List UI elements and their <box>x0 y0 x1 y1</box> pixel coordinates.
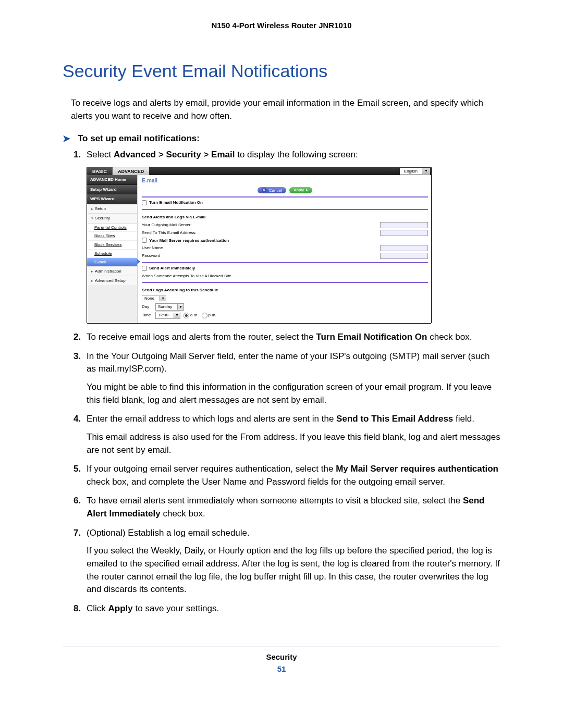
chevron-right-icon: ➤ <box>63 133 70 144</box>
step-4-text-a: Enter the email address to which logs an… <box>87 414 336 424</box>
step-5-text-c: check box, and complete the User Name an… <box>87 477 445 487</box>
step-2-text-c: check box. <box>427 332 472 342</box>
step-4: Enter the email address to which logs an… <box>83 413 500 456</box>
step-7-note: If you select the Weekly, Daily, or Hour… <box>87 545 500 596</box>
close-icon: ✕ <box>262 188 267 193</box>
step-1-text-a: Select <box>87 150 114 159</box>
password-input[interactable] <box>380 253 428 259</box>
step-2-text-b: Turn Email Notification On <box>316 332 427 342</box>
username-input[interactable] <box>380 245 428 251</box>
send-to-input[interactable] <box>380 230 428 236</box>
settings-panel: E-mail ✕ Cancel Apply ▸ <box>138 175 431 323</box>
alert-when-text: When Someone Attempts To Visit A Blocked… <box>142 273 428 279</box>
step-5-text-a: If your outgoing email server requires a… <box>87 464 336 474</box>
step-7: (Optional) Establish a log email schedul… <box>83 527 500 596</box>
sidebar-item-setup[interactable]: Setup <box>87 204 137 214</box>
time-label: Time <box>142 312 155 318</box>
step-1-text-b: Advanced > Security > Email <box>114 150 235 159</box>
sidebar-sub-schedule[interactable]: Schedule <box>87 250 137 258</box>
chevron-down-icon: ▼ <box>422 168 430 174</box>
notification-on-checkbox[interactable] <box>142 200 147 205</box>
footer-page-number: 51 <box>63 664 500 673</box>
day-select[interactable]: Sunday ▼ <box>155 303 184 311</box>
step-8-text-b: Apply <box>108 603 133 613</box>
chevron-down-icon: ▼ <box>177 304 183 310</box>
page-footer: Security 51 <box>63 647 500 673</box>
username-label: User Name <box>142 245 163 251</box>
step-3-note: You might be able to find this informati… <box>87 381 500 406</box>
sidebar-sub-block-sites[interactable]: Block Sites <box>87 232 137 241</box>
chevron-down-icon: ▼ <box>174 313 180 318</box>
send-alerts-heading: Send Alerts and Logs Via E-mail <box>142 214 428 220</box>
steps-list: Select Advanced > Security > Email to di… <box>83 149 500 615</box>
howto-heading: ➤ To set up email notifications: <box>63 133 500 144</box>
notification-on-label: Turn E-mail Notification On <box>149 200 203 206</box>
apply-label: Apply <box>293 187 304 193</box>
cancel-label: Cancel <box>269 188 282 194</box>
sidebar-item-setup-wizard[interactable]: Setup Wizard <box>87 185 137 195</box>
day-label: Day <box>142 304 155 310</box>
step-3: In the Your Outgoing Mail Server field, … <box>83 350 500 407</box>
language-value: English <box>400 168 422 175</box>
step-6-text-a: To have email alerts sent immediately wh… <box>87 496 463 505</box>
step-4-note: This email address is also used for the … <box>87 431 500 456</box>
step-7-text: (Optional) Establish a log email schedul… <box>87 528 250 538</box>
step-8: Click Apply to save your settings. <box>83 602 500 615</box>
step-5-text-b: My Mail Server requires authentication <box>336 464 498 474</box>
email-settings-screenshot: BASIC ADVANCED English ▼ ADVANCED Home S… <box>87 167 432 324</box>
step-8-text-a: Click <box>87 603 108 613</box>
sidebar-item-wps-wizard[interactable]: WPS Wizard <box>87 194 137 204</box>
password-label: Password <box>142 253 160 259</box>
step-2-text-a: To receive email logs and alerts from th… <box>87 332 316 342</box>
sidebar-item-advanced-setup[interactable]: Advanced Setup <box>87 276 137 286</box>
intro-paragraph: To receive logs and alerts by email, pro… <box>71 97 500 122</box>
alert-immediately-label: Send Alert Immediately <box>149 265 195 272</box>
time-select[interactable]: 12:00 ▼ <box>155 312 180 319</box>
tab-advanced[interactable]: ADVANCED <box>113 167 149 175</box>
sidebar: ADVANCED Home Setup Wizard WPS Wizard Se… <box>87 175 138 323</box>
step-6: To have email alerts sent immediately wh… <box>83 495 500 520</box>
sidebar-item-advanced-home[interactable]: ADVANCED Home <box>87 175 137 185</box>
footer-section: Security <box>63 652 500 661</box>
panel-title: E-mail <box>142 177 428 185</box>
send-to-label: Send To This E-mail Address: <box>142 230 197 236</box>
pm-radio[interactable] <box>202 313 207 318</box>
am-label: a.m. <box>190 312 199 318</box>
sidebar-item-security[interactable]: Security <box>87 214 137 224</box>
cancel-button[interactable]: ✕ Cancel <box>258 187 286 193</box>
step-8-text-c: to save your settings. <box>133 603 219 613</box>
step-1-text-c: to display the following screen: <box>235 150 358 159</box>
step-1: Select Advanced > Security > Email to di… <box>83 149 500 324</box>
pm-label: p.m. <box>209 312 217 318</box>
auth-required-label: Your Mail Server requires authentication <box>149 238 229 244</box>
time-value: 12:00 <box>156 312 174 318</box>
sidebar-item-administration[interactable]: Administration <box>87 267 137 277</box>
howto-text: To set up email notifications: <box>78 133 200 144</box>
am-radio[interactable] <box>183 313 189 318</box>
apply-button[interactable]: Apply ▸ <box>289 187 312 193</box>
step-2: To receive email logs and alerts from th… <box>83 331 500 344</box>
day-value: Sunday <box>156 304 177 310</box>
tab-basic[interactable]: BASIC <box>87 167 113 175</box>
alert-immediately-checkbox[interactable] <box>142 266 147 271</box>
chevron-right-icon: ▸ <box>306 187 308 193</box>
step-4-text-c: field. <box>453 414 474 424</box>
step-5: If your outgoing email server requires a… <box>83 463 500 488</box>
outgoing-server-input[interactable] <box>380 222 428 228</box>
step-4-text-b: Send to This Email Address <box>336 414 453 424</box>
schedule-heading: Send Logs According to this Schedule <box>142 287 428 293</box>
auth-required-checkbox[interactable] <box>142 238 147 243</box>
chevron-down-icon: ▼ <box>160 296 166 301</box>
schedule-frequency-value: None <box>142 295 160 302</box>
step-6-text-c: check box. <box>161 509 205 519</box>
page-title: Security Event Email Notifications <box>63 61 500 81</box>
sidebar-sub-email[interactable]: E-mail <box>87 258 137 267</box>
outgoing-server-label: Your Outgoing Mail Server: <box>142 222 192 228</box>
sidebar-sub-block-services[interactable]: Block Services <box>87 241 137 250</box>
step-3-text: In the Your Outgoing Mail Server field, … <box>87 351 489 374</box>
doc-header: N150 4-Port Wireless Router JNR1010 <box>0 21 563 30</box>
language-select[interactable]: English ▼ <box>400 168 430 175</box>
schedule-frequency-select[interactable]: None ▼ <box>142 295 166 302</box>
sidebar-sub-parental[interactable]: Parental Controls <box>87 224 137 232</box>
